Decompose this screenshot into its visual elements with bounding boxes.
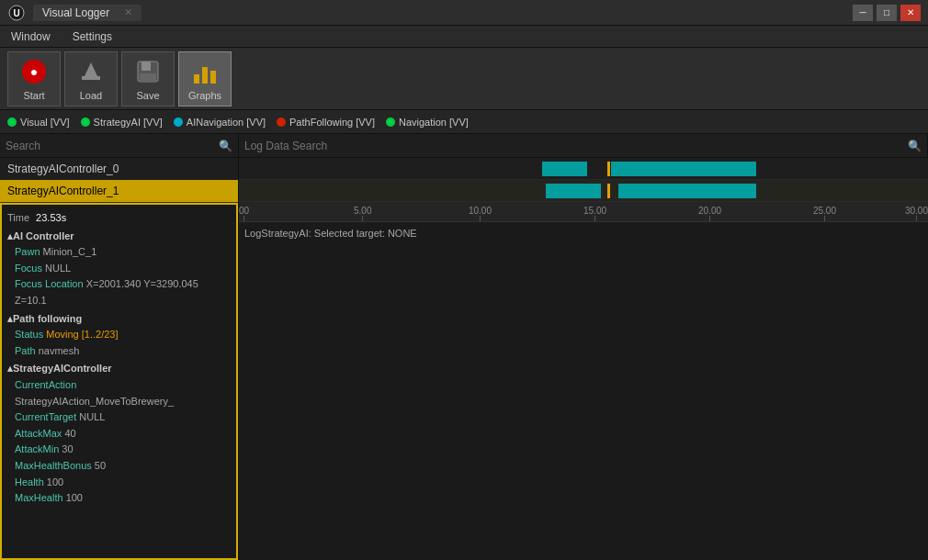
maximize-button[interactable]: □ (877, 5, 897, 21)
titlebar: U Visual Logger ✕ ─ □ ✕ (0, 0, 928, 26)
start-icon: ● (19, 57, 49, 86)
timeline-tracks (239, 158, 928, 202)
filter-visual-dot (7, 118, 17, 127)
svg-text:●: ● (30, 64, 38, 79)
timeline-bar-0-0 (542, 162, 587, 176)
ruler-line-1 (362, 216, 363, 221)
filter-navigation-label: Navigation [VV] (399, 117, 469, 128)
search-left-icon: 🔍 (219, 140, 232, 152)
save-button[interactable]: Save (121, 51, 175, 106)
left-panel: StrategyAIController_0 StrategyAIControl… (0, 158, 239, 560)
svg-rect-10 (202, 67, 208, 84)
right-search-box: 🔍 (239, 134, 928, 157)
entity-row-1[interactable]: StrategyAIController_1 (0, 180, 238, 202)
graphs-icon (190, 57, 220, 86)
filter-navigation[interactable]: Navigation [VV] (386, 117, 469, 128)
filter-ainavigation-dot (174, 118, 183, 127)
right-log-panel: LogStrategyAI: Selected target: NONE (239, 222, 928, 560)
timeline-bar-0-1 (611, 162, 756, 176)
log-time-label: Time (7, 212, 29, 223)
filterbar: Visual [VV] StrategyAI [VV] AINavigation… (0, 110, 928, 134)
load-label: Load (80, 90, 102, 101)
log-section-strategy: ▴StrategyAIController CurrentAction Stra… (7, 361, 231, 506)
log-section-path-title: ▴Path following (7, 311, 231, 328)
window-title: Visual Logger ✕ (33, 5, 141, 21)
menubar: Window Settings (0, 26, 928, 48)
start-label: Start (23, 90, 44, 101)
ruler-line-2 (480, 216, 481, 221)
ruler-line-3 (594, 216, 595, 221)
load-icon (76, 57, 106, 86)
timeline-row-1 (239, 180, 928, 202)
svg-marker-5 (85, 62, 97, 76)
log-section-ai-controller: ▴AI Controller Pawn Minion_C_1 Focus NUL… (7, 229, 231, 309)
entity-list: StrategyAIController_0 StrategyAIControl… (0, 158, 238, 203)
ruler-tick-5: 25.00 (813, 206, 836, 221)
filter-strategyai[interactable]: StrategyAI [VV] (81, 117, 163, 128)
log-section-strategy-title: ▴StrategyAIController (7, 361, 231, 377)
filter-ainavigation-label: AINavigation [VV] (187, 117, 266, 128)
filter-visual[interactable]: Visual [VV] (7, 117, 70, 128)
svg-rect-7 (141, 62, 151, 71)
graphs-label: Graphs (188, 90, 221, 101)
ruler-line-6 (916, 216, 917, 221)
search-right-icon: 🔍 (908, 140, 922, 152)
save-icon (133, 57, 163, 86)
filter-visual-label: Visual [VV] (20, 117, 70, 128)
ruler-tick-3: 15.00 (583, 206, 606, 221)
log-time-line: Time 23.53s (7, 210, 231, 227)
start-button[interactable]: ● Start (7, 51, 61, 106)
titlebar-left: U Visual Logger ✕ (7, 4, 141, 22)
filter-pathfollowing[interactable]: PathFollowing [VV] (277, 117, 375, 128)
timeline-marker-0 (607, 162, 610, 176)
filter-ainavigation[interactable]: AINavigation [VV] (174, 117, 266, 128)
svg-rect-11 (210, 71, 216, 84)
timeline-panel: 00 5.00 10.00 15.00 20.00 25.00 (239, 158, 928, 560)
load-button[interactable]: Load (64, 51, 118, 106)
timeline-row-0 (239, 158, 928, 180)
svg-text:U: U (13, 8, 19, 18)
window-controls: ─ □ ✕ (853, 5, 921, 21)
search-input[interactable] (6, 140, 215, 152)
log-time-value: 23.53s (36, 212, 66, 223)
entity-row-0[interactable]: StrategyAIController_0 (0, 158, 238, 180)
timeline-bar-1-1 (618, 184, 756, 198)
ruler-tick-2: 10.00 (469, 206, 492, 221)
log-section-ai-title: ▴AI Controller (7, 229, 231, 245)
minimize-button[interactable]: ─ (853, 5, 873, 21)
ruler-line-0 (243, 216, 244, 221)
log-panel: Time 23.53s ▴AI Controller Pawn Minion_C… (0, 203, 238, 560)
svg-rect-9 (194, 74, 199, 84)
ruler-tick-4: 20.00 (698, 206, 721, 221)
ruler-tick-0: 00 (239, 206, 249, 221)
close-button[interactable]: ✕ (900, 5, 921, 21)
ruler-line-4 (709, 216, 710, 221)
filter-strategyai-dot (81, 118, 90, 127)
filter-navigation-dot (386, 118, 395, 127)
filter-pathfollowing-dot (277, 118, 286, 127)
ruler-line-5 (824, 216, 825, 221)
timeline-bar-1-0 (546, 184, 601, 198)
right-log-text: LogStrategyAI: Selected target: NONE (244, 228, 417, 239)
menu-window[interactable]: Window (7, 28, 54, 45)
toolbar: ● Start Load Save (0, 48, 928, 110)
ue-logo: U (7, 4, 26, 22)
main-content: StrategyAIController_0 StrategyAIControl… (0, 158, 928, 560)
graphs-button[interactable]: Graphs (178, 51, 232, 106)
ruler-tick-1: 5.00 (354, 206, 371, 221)
searchbar: 🔍 🔍 (0, 134, 928, 158)
log-search-input[interactable] (244, 140, 904, 152)
timeline-ruler: 00 5.00 10.00 15.00 20.00 25.00 (239, 202, 928, 222)
menu-settings[interactable]: Settings (69, 28, 116, 45)
left-search-box: 🔍 (0, 134, 239, 157)
save-label: Save (136, 90, 159, 101)
svg-rect-4 (82, 76, 100, 80)
filter-strategyai-label: StrategyAI [VV] (94, 117, 163, 128)
ruler-tick-6: 30.00 (905, 206, 928, 221)
filter-pathfollowing-label: PathFollowing [VV] (289, 117, 375, 128)
timeline-marker-1 (607, 184, 610, 198)
log-section-path: ▴Path following Status Moving [1..2/23] … (7, 311, 231, 360)
svg-rect-8 (140, 73, 156, 82)
